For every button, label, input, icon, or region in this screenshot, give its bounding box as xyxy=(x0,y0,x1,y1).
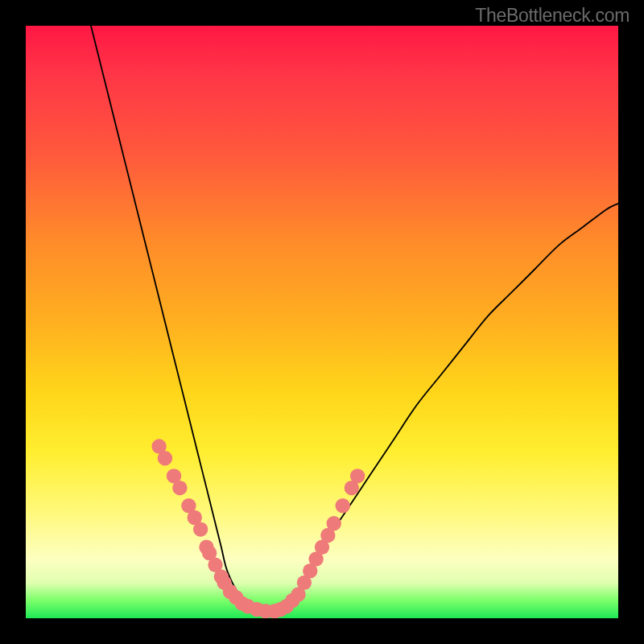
watermark-text: TheBottleneck.com xyxy=(475,5,630,27)
highlight-dot xyxy=(327,516,341,530)
highlight-dots xyxy=(151,439,365,618)
highlight-dot xyxy=(336,498,350,513)
highlight-dot xyxy=(193,522,208,536)
highlight-dot xyxy=(350,469,365,483)
chart-frame: TheBottleneck.com xyxy=(0,0,644,644)
bottleneck-curve xyxy=(91,26,618,613)
plot-area xyxy=(26,26,618,618)
highlight-dot xyxy=(172,481,187,495)
highlight-dot xyxy=(158,451,172,465)
chart-overlay xyxy=(26,26,618,618)
